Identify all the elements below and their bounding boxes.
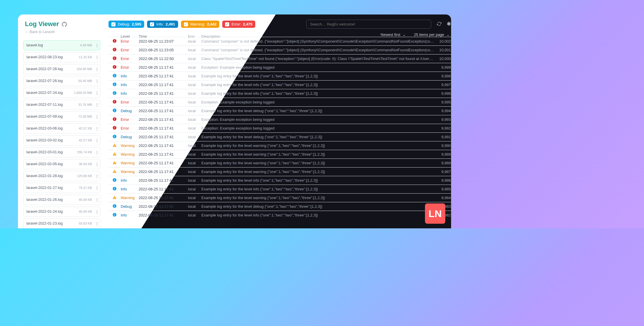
- file-size: 45.88 KB: [77, 198, 92, 201]
- file-item[interactable]: laravel-2022-01-24.log45.88 KB⋮: [23, 207, 100, 217]
- log-number: 9,998: [437, 74, 451, 78]
- filter-error[interactable]: ✓ Error: 2,475: [222, 21, 255, 28]
- file-menu-button[interactable]: ⋮: [94, 174, 100, 178]
- file-name: laravel-2022-01-28.log: [26, 174, 77, 178]
- log-row[interactable]: Warning2022-08-25 11:17:41localExample l…: [108, 141, 451, 150]
- log-level: Warning: [121, 170, 139, 174]
- log-row[interactable]: Debug2022-08-25 11:17:41localExample log…: [108, 202, 451, 211]
- svg-rect-40: [114, 162, 115, 163]
- svg-rect-39: [114, 155, 115, 155]
- log-row[interactable]: Debug2022-08-25 11:17:41localExample log…: [108, 132, 451, 141]
- filter-debug[interactable]: ✓ Debug: 2,595: [108, 21, 144, 28]
- file-menu-button[interactable]: ⋮: [94, 162, 100, 166]
- file-item[interactable]: laravel-2022-01-26.log45.88 KB⋮: [23, 195, 100, 205]
- file-menu-button[interactable]: ⋮: [94, 198, 100, 202]
- sidebar: Log Viewer ← Back to Laravel laravel.log…: [18, 14, 103, 228]
- log-row[interactable]: Warning2022-08-25 11:17:41localExample l…: [108, 150, 451, 159]
- log-row[interactable]: Warning2022-08-25 11:17:41localExample l…: [108, 167, 451, 176]
- settings-icon[interactable]: [446, 21, 451, 27]
- file-item[interactable]: laravel-2022-01-28.log129.88 KB⋮: [23, 171, 100, 181]
- log-number: 9,984: [437, 196, 451, 200]
- log-description: Example log entry for the level info {"o…: [201, 91, 437, 96]
- log-row[interactable]: Debug2022-08-25 11:17:41localExample log…: [108, 106, 451, 115]
- log-row[interactable]: Warning2022-08-25 11:17:41localExample l…: [108, 193, 451, 202]
- file-size: 31.76 MB: [77, 103, 92, 106]
- file-name: laravel-2022-07-24.log: [26, 91, 74, 95]
- log-level: Info: [121, 83, 139, 87]
- file-menu-button[interactable]: ⋮: [94, 67, 100, 71]
- log-row[interactable]: Warning2022-08-25 11:17:41localExample l…: [108, 159, 451, 167]
- file-menu-button[interactable]: ⋮: [94, 91, 100, 95]
- log-description: Example log entry for the level warning …: [201, 170, 437, 174]
- level-icon: [108, 152, 121, 157]
- file-menu-button[interactable]: ⋮: [94, 114, 100, 119]
- back-link[interactable]: ← Back to Laravel: [25, 30, 100, 34]
- svg-rect-1: [114, 40, 115, 41]
- refresh-icon[interactable]: [437, 21, 442, 27]
- file-item[interactable]: laravel-2022-02-05.log38.59 KB⋮: [23, 159, 100, 169]
- file-name: laravel.log: [26, 43, 77, 47]
- file-item[interactable]: laravel-2022-07-26.log50.40 MB⋮: [23, 76, 100, 86]
- log-row[interactable]: Info2022-08-25 11:17:41localExample log …: [108, 80, 451, 89]
- file-menu-button[interactable]: ⋮: [94, 79, 100, 83]
- file-name: laravel-2022-03-02.log: [26, 138, 77, 142]
- log-env: local: [188, 161, 201, 165]
- svg-rect-29: [114, 120, 115, 120]
- log-row[interactable]: Error2022-08-25 11:17:41localException: …: [108, 98, 451, 106]
- svg-rect-51: [114, 198, 115, 198]
- log-time: 2022-08-25 11:17:41: [139, 152, 188, 156]
- file-menu-button[interactable]: ⋮: [94, 55, 100, 59]
- log-row[interactable]: Info2022-08-25 11:17:41localExample log …: [108, 176, 451, 185]
- log-row[interactable]: Error2022-08-25 11:17:41localException: …: [108, 63, 451, 72]
- file-item[interactable]: laravel-2022-01-27.log79.21 KB⋮: [23, 183, 100, 193]
- file-size: 93.63 KB: [77, 222, 92, 225]
- log-level: Error: [121, 100, 139, 104]
- log-time: 2022-08-25 11:17:41: [139, 143, 188, 148]
- file-menu-button[interactable]: ⋮: [94, 103, 100, 107]
- file-item[interactable]: laravel-2022-07-24.log1,009.20 MB⋮: [23, 88, 100, 98]
- file-size: 79.21 KB: [77, 186, 92, 190]
- filter-info[interactable]: ✓ Info: 2,491: [147, 21, 178, 28]
- check-icon: ✓: [150, 22, 154, 26]
- file-name: laravel-2022-07-26.log: [26, 79, 77, 83]
- file-item[interactable]: laravel-2022-03-02.log42.57 KB⋮: [23, 135, 100, 145]
- file-name: laravel-2022-02-05.log: [26, 162, 77, 166]
- log-row[interactable]: Info2022-08-25 11:17:41localExample log …: [108, 89, 451, 98]
- sort-dropdown[interactable]: Newest first ⌄: [381, 32, 406, 37]
- log-row[interactable]: Info2022-08-25 11:17:41localExample log …: [108, 185, 451, 193]
- file-menu-button[interactable]: ⋮: [94, 126, 100, 131]
- file-name: laravel-2022-03-01.log: [26, 150, 77, 154]
- file-item[interactable]: laravel-2022-01-23.log93.63 KB⋮: [23, 218, 100, 228]
- log-time: 2022-08-25 11:17:41: [139, 91, 188, 96]
- file-menu-button[interactable]: ⋮: [94, 210, 100, 214]
- log-number: 9,999: [437, 65, 451, 70]
- pagesize-dropdown[interactable]: 25 items per page ⌄: [414, 32, 450, 37]
- log-row[interactable]: Error2022-08-25 11:23:05localCommand "co…: [108, 45, 451, 54]
- log-row[interactable]: Info2022-08-25 11:17:41localExample log …: [108, 72, 451, 80]
- file-menu-button[interactable]: ⋮: [94, 43, 100, 48]
- file-menu-button[interactable]: ⋮: [94, 150, 100, 154]
- log-row[interactable]: Error2022-08-25 11:17:41localException: …: [108, 115, 451, 124]
- file-item[interactable]: laravel-2022-03-06.log42.57 KB⋮: [23, 123, 100, 134]
- filter-warning[interactable]: ✓ Warning: 2,442: [181, 21, 220, 28]
- file-menu-button[interactable]: ⋮: [94, 186, 100, 190]
- file-item[interactable]: laravel-2022-08-23.log11.25 KB⋮: [23, 52, 100, 62]
- file-menu-button[interactable]: ⋮: [94, 138, 100, 143]
- github-icon[interactable]: [62, 23, 67, 28]
- file-item[interactable]: laravel-2022-07-09.log72.09 MB⋮: [23, 112, 100, 122]
- svg-rect-31: [114, 127, 115, 128]
- log-env: local: [188, 57, 201, 61]
- file-menu-button[interactable]: ⋮: [94, 221, 100, 226]
- file-item[interactable]: laravel-2022-07-28.log104.80 MB⋮: [23, 64, 100, 74]
- file-item[interactable]: laravel.log4.58 MB⋮: [23, 40, 100, 50]
- svg-rect-42: [114, 171, 115, 172]
- file-item[interactable]: laravel-2022-03-01.log295.74 KB⋮: [23, 147, 100, 157]
- file-name: laravel-2022-01-23.log: [26, 221, 77, 225]
- file-item[interactable]: laravel-2022-07-11.log31.76 MB⋮: [23, 100, 100, 110]
- log-description: Example log entry for the level debug {"…: [201, 204, 437, 209]
- log-row[interactable]: Error2022-08-25 11:17:41localException: …: [108, 124, 451, 132]
- log-row[interactable]: Info2022-08-25 11:17:41localExample log …: [108, 211, 451, 219]
- log-row[interactable]: Error2022-08-25 11:22:50localClass "Spat…: [108, 54, 451, 63]
- log-description: Example log entry for the level warning …: [201, 161, 437, 165]
- search-input[interactable]: [306, 20, 431, 29]
